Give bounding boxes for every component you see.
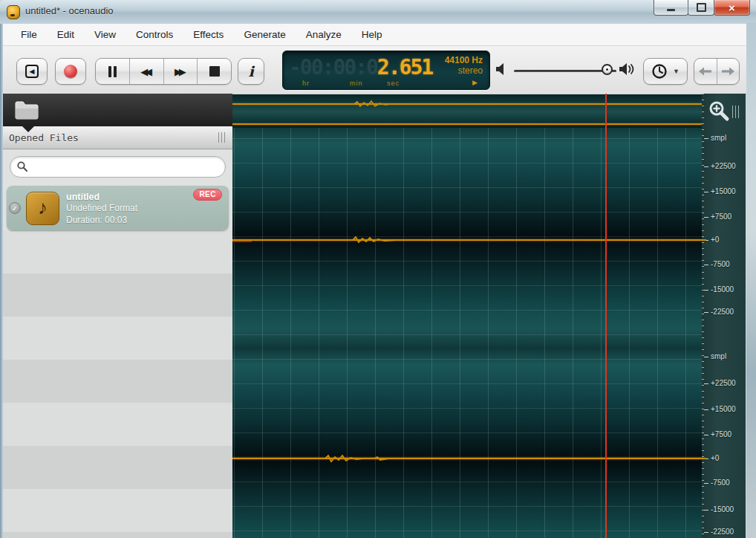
info-icon: i (248, 63, 253, 80)
fast-forward-icon: ▶▶ (175, 66, 186, 77)
file-info: untitled Undefined Format Duration: 00:0… (66, 191, 137, 226)
ruler-ch2-tick: +7500 (711, 430, 731, 438)
unit-hr-label: hr (302, 80, 310, 87)
ruler-ch1-tick: +0 (711, 236, 719, 244)
close-icon: × (729, 2, 735, 13)
history-nav-group (694, 58, 740, 85)
window-title: untitled* - ocenaudio (25, 5, 114, 16)
play-selection-button[interactable]: ◀ (16, 58, 48, 85)
menu-effects[interactable]: Effects (193, 29, 224, 40)
ruler-ch1-tick: +15000 (711, 187, 736, 195)
time-format-button[interactable]: ▼ (643, 58, 688, 85)
stop-icon (209, 66, 220, 77)
overview-wave-ch2 (232, 123, 702, 125)
zero-line-tick-ch2 (702, 458, 706, 459)
time-display[interactable]: -00:00:02.651 hr min sec 44100 Hz stereo… (282, 51, 490, 90)
menu-controls[interactable]: Controls (136, 29, 173, 40)
active-tab-pointer (22, 126, 34, 132)
panel-title: Opened Files (9, 132, 79, 143)
ruler-ch1-tick: +22500 (711, 162, 736, 170)
ruler-ch2-tick: +15000 (711, 405, 736, 413)
ruler-ch1-unit: smpl (711, 134, 726, 142)
pause-icon (108, 66, 117, 77)
time-digits-bright: 2.651 (377, 55, 432, 80)
ruler-ch1-tick: +7500 (711, 213, 731, 221)
rec-status-badge: REC (193, 189, 222, 201)
playback-cursor[interactable] (605, 94, 607, 538)
rewind-button[interactable]: ◀◀ (130, 59, 164, 84)
dropdown-arrow-icon: ▼ (673, 68, 680, 75)
arrow-right-icon (721, 66, 735, 77)
opened-files-header: Opened Files (3, 126, 232, 149)
zoom-in-icon (708, 100, 731, 123)
boxed-play-icon: ◀ (25, 65, 39, 78)
ruler-ch2-tick: -7500 (711, 479, 730, 487)
time-digits: -00:00:02.651 (289, 55, 432, 80)
sidebar: Opened Files ✓ ♪ untitled Undefined Form… (3, 94, 232, 538)
ruler-grip-icon[interactable] (732, 106, 740, 118)
search-box[interactable] (10, 156, 226, 178)
file-check-badge[interactable]: ✓ (9, 202, 21, 214)
ocenaudio-window: untitled* - ocenaudio × File Edit View C… (0, 0, 756, 538)
overview-strip[interactable] (232, 94, 702, 128)
overview-squiggle (344, 98, 455, 110)
forward-button[interactable] (717, 59, 740, 84)
overview-wave-ch1 (232, 103, 702, 105)
panel-grip-icon[interactable] (218, 132, 227, 143)
menu-help[interactable]: Help (362, 29, 382, 40)
time-digits-dim: -00:00:0 (289, 55, 377, 80)
stop-button[interactable] (198, 59, 231, 84)
file-format: Undefined Format (66, 203, 137, 215)
ruler-ch2-tick: +0 (711, 454, 719, 462)
zoom-button[interactable] (708, 100, 731, 123)
minimize-button[interactable] (654, 0, 688, 16)
menu-edit[interactable]: Edit (57, 29, 74, 40)
volume-slider-knob[interactable] (602, 64, 613, 75)
menu-generate[interactable]: Generate (244, 29, 285, 40)
speaker-high-icon (619, 62, 636, 79)
record-button[interactable] (55, 58, 86, 85)
info-button[interactable]: i (238, 58, 264, 85)
title-bar[interactable]: untitled* - ocenaudio × (0, 0, 756, 25)
back-button[interactable] (694, 59, 717, 84)
close-button[interactable]: × (714, 0, 750, 16)
pause-button[interactable] (96, 59, 130, 84)
sidebar-tab-strip (3, 94, 232, 126)
waveform-ch2 (232, 458, 702, 459)
waveform-view[interactable] (232, 94, 702, 538)
unit-sec-label: sec (387, 80, 400, 87)
fast-forward-button[interactable]: ▶▶ (164, 59, 198, 84)
speaker-low-icon (496, 62, 506, 79)
search-input[interactable] (32, 158, 225, 175)
ruler-ch2-tick: -15000 (711, 505, 734, 513)
ruler-ch2-tick: +22500 (711, 379, 736, 387)
search-icon (17, 161, 27, 172)
file-name: untitled (66, 191, 137, 203)
maximize-button[interactable] (688, 0, 714, 16)
ruler-ch1-tick: -22500 (711, 308, 734, 316)
minimize-icon (667, 9, 675, 11)
music-note-icon: ♪ (38, 196, 48, 219)
ruler-minor-ticks (702, 94, 704, 538)
play-indicator-icon[interactable]: ▶ (472, 79, 478, 86)
clock-icon (651, 63, 668, 80)
channel-mode-label: stereo (458, 65, 483, 76)
amplitude-ruler[interactable]: smpl +22500 +15000 +7500 +0 -7500 -15000… (702, 94, 746, 538)
arrow-left-icon (698, 66, 712, 77)
maximize-icon (697, 3, 706, 12)
desktop-background-edge (746, 22, 756, 538)
menu-view[interactable]: View (94, 29, 116, 40)
record-icon (64, 65, 77, 78)
ruler-ch1-tick: -7500 (711, 260, 730, 268)
menu-file[interactable]: File (21, 29, 37, 40)
rewind-icon: ◀◀ (140, 66, 152, 77)
file-list-item[interactable]: ✓ ♪ untitled Undefined Format Duration: … (7, 186, 229, 230)
ruler-ch2-tick: -22500 (711, 528, 734, 536)
menu-analyze[interactable]: Analyze (306, 29, 342, 40)
ruler-ch1-tick: -15000 (711, 285, 734, 294)
zero-line-tick-ch1 (702, 239, 706, 241)
app-icon (7, 5, 20, 19)
waveform-ch1 (232, 239, 702, 241)
ruler-ch2-unit: smpl (711, 352, 726, 360)
folder-icon[interactable] (15, 100, 39, 120)
